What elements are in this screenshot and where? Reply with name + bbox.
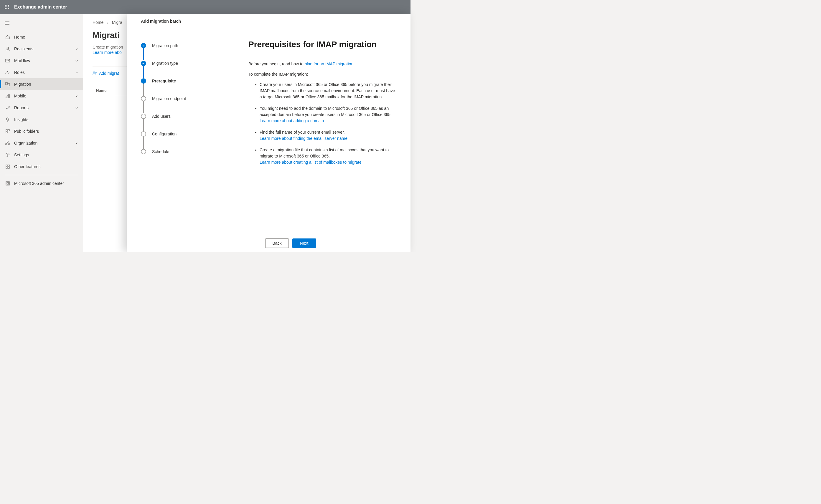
org-icon [5,140,11,146]
sidebar-link-m365-admin[interactable]: Microsoft 365 admin center [0,178,83,189]
migration-icon [5,81,11,87]
sidebar-item-settings[interactable]: Settings [0,149,83,161]
step-add-users[interactable]: Add users [141,107,222,125]
sidebar-item-label: Settings [14,152,78,157]
add-migration-batch-panel: Add migration batch Migration path Migra… [127,14,410,252]
sidebar-item-other-features[interactable]: Other features [0,161,83,173]
next-button[interactable]: Next [292,238,316,248]
sidebar-item-mobile[interactable]: Mobile [0,90,83,102]
list-item: Create your users in Microsoft 365 or Of… [260,82,396,100]
svg-rect-22 [6,130,7,131]
home-icon [5,34,11,40]
svg-rect-20 [9,95,9,98]
svg-rect-34 [7,183,9,184]
learn-more-server-link[interactable]: Learn more about finding the email serve… [260,136,347,141]
content-heading: Prerequisites for IMAP migration [249,40,396,49]
svg-rect-27 [9,144,10,145]
breadcrumb-home[interactable]: Home [92,20,103,25]
panel-footer: Back Next [127,234,410,252]
svg-rect-7 [6,8,7,9]
svg-rect-0 [5,5,6,6]
reports-icon [5,105,11,111]
step-schedule[interactable]: Schedule [141,143,222,160]
app-launcher-button[interactable] [0,0,14,14]
current-step-icon [141,78,146,84]
svg-rect-30 [8,165,9,166]
list-item-text: Create a migration file that contains a … [260,147,389,158]
step-prerequisite[interactable]: Prerequisite [141,72,222,90]
sidebar-item-label: Recipients [14,47,75,51]
toolbar-button-label: Add migrat [99,71,119,76]
sidebar-item-label: Microsoft 365 admin center [14,181,78,186]
step-migration-type[interactable]: Migration type [141,54,222,72]
folder-icon [5,128,11,134]
step-label: Configuration [152,132,176,136]
app-title: Exchange admin center [14,4,67,10]
list-item-text: Create your users in Microsoft 365 or Of… [260,82,395,99]
external-icon [5,180,11,186]
svg-rect-19 [7,96,8,98]
sidebar-item-mail-flow[interactable]: Mail flow [0,55,83,67]
top-bar: Exchange admin center [0,0,410,14]
collapse-nav-button[interactable] [0,16,14,29]
svg-rect-26 [6,144,7,145]
svg-rect-31 [6,167,7,168]
chevron-down-icon [75,94,78,98]
sidebar-item-public-folders[interactable]: Public folders [0,125,83,137]
svg-rect-33 [6,182,9,185]
step-label: Migration path [152,43,178,48]
svg-point-28 [7,154,8,155]
sidebar-item-label: Public folders [14,129,78,134]
add-migration-batch-button[interactable]: Add migrat [92,71,119,76]
pending-step-icon [141,96,146,101]
sidebar-item-home[interactable]: Home [0,31,83,43]
learn-more-mailboxes-link[interactable]: Learn more about creating a list of mail… [260,160,362,165]
chevron-down-icon [75,59,78,62]
svg-rect-17 [8,84,10,86]
hamburger-icon [5,21,9,25]
sidebar-item-insights[interactable]: Insights [0,114,83,125]
lightbulb-icon [5,117,11,122]
waffle-icon [5,5,9,9]
sidebar-item-reports[interactable]: Reports [0,102,83,114]
chevron-down-icon [75,71,78,74]
sidebar-item-label: Mobile [14,94,75,98]
step-label: Migration endpoint [152,96,186,101]
back-button[interactable]: Back [265,238,289,248]
sidebar-item-migration[interactable]: Migration [0,78,83,90]
mobile-icon [5,93,11,99]
sidebar-item-label: Other features [14,164,78,169]
step-label: Prerequisite [152,79,176,83]
step-migration-endpoint[interactable]: Migration endpoint [141,90,222,107]
list-item-text: Find the full name of your current email… [260,130,345,135]
svg-rect-25 [7,141,8,142]
sidebar-item-recipients[interactable]: Recipients [0,43,83,55]
svg-rect-1 [6,5,7,6]
sidebar-item-organization[interactable]: Organization [0,137,83,149]
svg-point-15 [8,72,9,73]
plan-imap-link[interactable]: plan for an IMAP migration. [305,62,355,66]
svg-rect-4 [6,6,7,7]
step-migration-path[interactable]: Migration path [141,37,222,54]
svg-rect-24 [6,132,7,133]
prerequisites-list: Create your users in Microsoft 365 or Of… [249,82,396,165]
to-complete-text: To complete the IMAP migration: [249,71,396,77]
svg-point-36 [95,72,96,73]
svg-rect-13 [6,59,10,62]
intro-text: Before you begin, read how to [249,62,305,66]
sidebar-item-roles[interactable]: Roles [0,67,83,78]
pending-step-icon [141,149,146,154]
sidebar: Home Recipients Mail flow Roles Migratio… [0,14,83,252]
mail-icon [5,58,11,64]
roles-icon [5,69,11,75]
svg-point-12 [7,47,9,49]
sidebar-item-label: Mail flow [14,58,75,63]
learn-more-domain-link[interactable]: Learn more about adding a domain [260,118,324,123]
sidebar-item-label: Home [14,35,78,39]
people-add-icon [92,71,97,76]
intro-paragraph: Before you begin, read how to plan for a… [249,61,396,67]
svg-rect-23 [8,130,9,131]
step-configuration[interactable]: Configuration [141,125,222,143]
breadcrumb-current: Migra [112,20,122,25]
list-item: You might need to add the domain to Micr… [260,105,396,124]
